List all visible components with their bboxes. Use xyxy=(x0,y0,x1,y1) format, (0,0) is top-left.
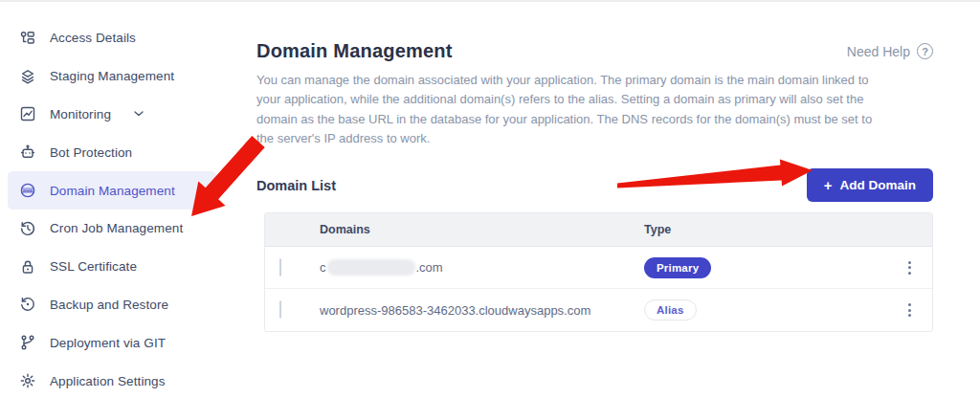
row-checkbox[interactable] xyxy=(279,258,281,276)
sidebar-item-bot-protection[interactable]: Bot Protection xyxy=(8,133,216,171)
robot-icon xyxy=(19,144,36,161)
chart-icon xyxy=(19,105,36,122)
help-question-icon: ? xyxy=(917,43,933,59)
domain-list-bar: Domain List + Add Domain xyxy=(256,168,933,202)
sidebar-item-domain-management[interactable]: www Domain Management xyxy=(8,171,216,210)
add-domain-button[interactable]: + Add Domain xyxy=(807,168,933,202)
sidebar-item-backup-and-restore[interactable]: Backup and Restore xyxy=(8,286,216,324)
sidebar-item-monitoring[interactable]: Monitoring xyxy=(8,96,216,134)
lock-icon xyxy=(19,258,36,276)
svg-text:www: www xyxy=(22,188,33,193)
sidebar-item-deployment-via-git[interactable]: Deployment via GIT xyxy=(8,323,216,362)
type-badge-primary: Primary xyxy=(644,257,711,278)
domain-list-title: Domain List xyxy=(256,178,336,193)
key-list-icon xyxy=(19,30,36,47)
table-header-row: Domains Type xyxy=(265,213,932,247)
sidebar-item-label: Bot Protection xyxy=(50,145,132,160)
need-help-label: Need Help xyxy=(847,44,910,59)
add-domain-label: Add Domain xyxy=(840,178,917,192)
git-branch-icon xyxy=(19,334,36,351)
row-actions-kebab-icon[interactable] xyxy=(904,299,915,321)
redacted-domain-blur xyxy=(327,259,415,276)
restore-icon xyxy=(19,296,36,313)
sidebar-item-access-details[interactable]: Access Details xyxy=(8,19,216,57)
gear-icon xyxy=(19,372,36,389)
need-help-link[interactable]: Need Help ? xyxy=(847,43,933,59)
domain-table: Domains Type c.com Primary wordpress-986… xyxy=(264,212,933,332)
sidebar-item-label: Staging Management xyxy=(50,69,174,83)
sidebar: Access Details Staging Management Monito… xyxy=(0,2,241,420)
table-row: c.com Primary xyxy=(265,247,932,289)
chevron-down-icon[interactable] xyxy=(134,111,144,117)
sidebar-item-label: Deployment via GIT xyxy=(50,336,166,350)
sidebar-item-label: Access Details xyxy=(50,31,136,45)
domain-cell: c.com xyxy=(320,259,644,276)
sidebar-item-label: SSL Certificate xyxy=(50,259,137,274)
domain-prefix: c xyxy=(320,260,326,275)
column-header-type: Type xyxy=(644,223,886,236)
layers-icon xyxy=(19,68,36,85)
sidebar-item-label: Monitoring xyxy=(50,107,111,122)
sidebar-item-label: Cron Job Management xyxy=(50,221,183,235)
sidebar-item-staging-management[interactable]: Staging Management xyxy=(8,57,216,96)
globe-www-icon: www xyxy=(19,182,36,199)
sidebar-item-cron-job-management[interactable]: Cron Job Management xyxy=(8,210,216,248)
column-header-domains: Domains xyxy=(320,223,644,236)
type-badge-alias: Alias xyxy=(644,299,697,321)
main-header: Domain Management Need Help ? xyxy=(256,40,933,62)
sidebar-item-label: Application Settings xyxy=(50,374,166,388)
row-actions-kebab-icon[interactable] xyxy=(904,257,915,278)
sidebar-item-ssl-certificate[interactable]: SSL Certificate xyxy=(8,248,216,286)
page-description: You can manage the domain associated wit… xyxy=(256,71,884,148)
sidebar-item-application-settings[interactable]: Application Settings xyxy=(8,362,216,400)
domain-suffix: .com xyxy=(416,260,443,275)
sidebar-item-label: Backup and Restore xyxy=(50,298,168,312)
page-title: Domain Management xyxy=(256,40,453,62)
row-checkbox[interactable] xyxy=(279,300,281,319)
plus-icon: + xyxy=(824,177,833,193)
domain-cell: wordpress-986583-3462033.cloudwaysapps.c… xyxy=(320,303,644,318)
main-content: Domain Management Need Help ? You can ma… xyxy=(256,2,933,332)
table-row: wordpress-986583-3462033.cloudwaysapps.c… xyxy=(265,289,932,331)
clock-history-icon xyxy=(19,220,36,237)
sidebar-item-label: Domain Management xyxy=(50,184,175,198)
